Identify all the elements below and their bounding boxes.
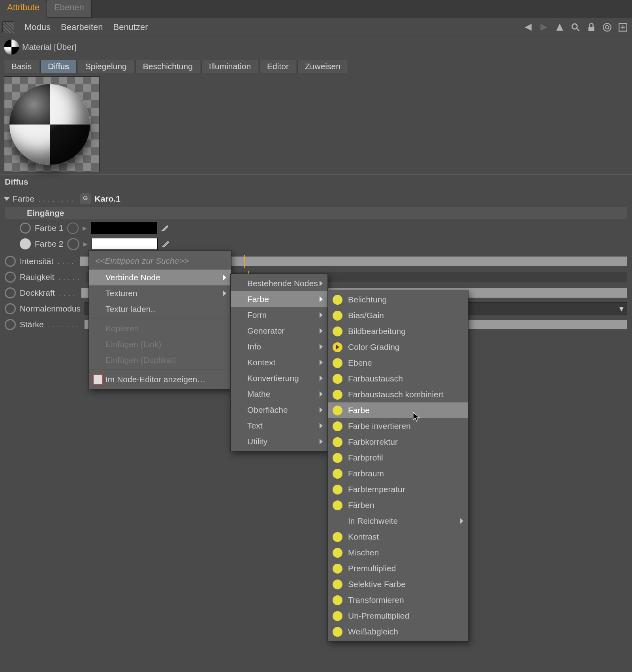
node-dot-icon bbox=[333, 611, 342, 621]
ctx3-label: Färben bbox=[348, 500, 374, 510]
ctx3-label: Weißabgleich bbox=[348, 627, 398, 636]
caret-icon[interactable]: ▸ bbox=[83, 239, 88, 249]
tab-ebenen[interactable]: Ebenen bbox=[47, 0, 92, 18]
tab-spiegelung[interactable]: Spiegelung bbox=[78, 60, 134, 73]
ctx3-item[interactable]: Farbtemperatur bbox=[328, 481, 468, 497]
ctx-in-editor[interactable]: Im Node-Editor anzeigen… bbox=[89, 372, 231, 387]
submenu-farbe: BelichtungBias/GainBildbearbeitungColor … bbox=[327, 290, 468, 642]
new-panel-icon[interactable] bbox=[618, 22, 628, 32]
node-dot-icon bbox=[333, 595, 342, 605]
nav-back-icon[interactable] bbox=[523, 22, 533, 32]
ctx3-label: Farbtemperatur bbox=[348, 485, 405, 494]
ctx-einfuegen-duplikat: Einfügen (Duplikat) bbox=[89, 352, 231, 368]
port-intensitaet[interactable] bbox=[5, 256, 16, 267]
node-dot-icon bbox=[333, 421, 342, 431]
ctx2-bestehende[interactable]: Bestehende Nodes bbox=[231, 276, 327, 291]
ctx3-item[interactable]: Ebene bbox=[328, 355, 468, 371]
texture-slot-farbe1[interactable] bbox=[67, 223, 79, 234]
eyedropper-farbe1[interactable] bbox=[161, 223, 172, 234]
ctx2-kontext[interactable]: Kontext bbox=[231, 355, 327, 370]
ctx-textur-laden[interactable]: Textur laden.. bbox=[89, 301, 231, 317]
ctx3-item[interactable]: Farbe bbox=[328, 402, 468, 418]
context-search-input[interactable]: <<Eintippen zur Suche>> bbox=[89, 252, 231, 270]
ctx2-text[interactable]: Text bbox=[231, 418, 327, 434]
ctx-einfuegen-link: Einfügen (Link) bbox=[89, 336, 231, 352]
ctx3-item[interactable]: Belichtung bbox=[328, 292, 468, 308]
material-preview[interactable] bbox=[4, 76, 100, 172]
ctx3-item[interactable]: Farbe invertieren bbox=[328, 418, 468, 434]
farbe-value[interactable]: Karo.1 bbox=[95, 194, 120, 204]
link-icon[interactable] bbox=[80, 193, 91, 204]
port-staerke[interactable] bbox=[5, 319, 16, 330]
ctx2-utility[interactable]: Utility bbox=[231, 434, 327, 449]
ctx3-item[interactable]: Transformieren bbox=[328, 592, 468, 608]
label-normalenmodus: Normalenmodus bbox=[20, 304, 81, 313]
port-farbe1[interactable] bbox=[20, 223, 31, 234]
search-icon[interactable] bbox=[570, 22, 581, 32]
menu-bearbeiten[interactable]: Bearbeiten bbox=[61, 22, 103, 32]
ctx3-item[interactable]: Color Grading bbox=[328, 339, 468, 355]
svg-rect-2 bbox=[588, 26, 594, 31]
node-dot-icon bbox=[333, 564, 342, 574]
ctx3-item[interactable]: Bias/Gain bbox=[328, 308, 468, 323]
port-rauigkeit[interactable] bbox=[5, 272, 16, 283]
row-farbe: Farbe ........ Karo.1 bbox=[5, 191, 627, 207]
port-farbe2[interactable] bbox=[20, 238, 31, 249]
ctx3-item[interactable]: Selektive Farbe bbox=[328, 576, 468, 592]
ctx3-item[interactable]: Farbkorrektur bbox=[328, 434, 468, 450]
ctx3-item[interactable]: Weißabgleich bbox=[328, 624, 468, 640]
ctx3-item[interactable]: Mischen bbox=[328, 545, 468, 561]
label-farbe2: Farbe 2 bbox=[35, 239, 63, 249]
port-normalenmodus[interactable] bbox=[5, 303, 16, 314]
texture-slot-farbe2[interactable] bbox=[67, 238, 79, 250]
ctx2-generator[interactable]: Generator bbox=[231, 323, 327, 339]
ctx3-item[interactable]: In Reichweite bbox=[328, 513, 468, 529]
caret-icon[interactable]: ▸ bbox=[83, 223, 87, 233]
tab-zuweisen[interactable]: Zuweisen bbox=[297, 60, 348, 73]
node-dot-icon bbox=[333, 627, 342, 637]
disclosure-icon[interactable] bbox=[4, 197, 10, 201]
ctx3-label: Bildbearbeitung bbox=[348, 327, 406, 336]
tab-attribute[interactable]: Attribute bbox=[0, 0, 47, 18]
lock-icon[interactable] bbox=[586, 22, 596, 32]
svg-point-0 bbox=[572, 24, 577, 29]
tab-diffus[interactable]: Diffus bbox=[40, 60, 76, 73]
label-deckkraft: Deckkraft bbox=[20, 288, 55, 298]
ctx3-item[interactable]: Farbaustausch bbox=[328, 371, 468, 387]
ctx3-item[interactable]: Premultiplied bbox=[328, 561, 468, 576]
ctx3-item[interactable]: Färben bbox=[328, 497, 468, 513]
swatch-farbe1[interactable] bbox=[91, 222, 157, 234]
node-dot-icon bbox=[333, 295, 342, 305]
label-farbe1: Farbe 1 bbox=[35, 223, 63, 233]
ctx2-form[interactable]: Form bbox=[231, 307, 327, 323]
ctx3-item[interactable]: Farbprofil bbox=[328, 450, 468, 466]
ctx-verbinde-node[interactable]: Verbinde Node bbox=[89, 270, 231, 285]
menu-modus[interactable]: Modus bbox=[24, 22, 51, 32]
ctx2-info[interactable]: Info bbox=[231, 339, 327, 355]
tab-editor[interactable]: Editor bbox=[260, 60, 296, 73]
ctx3-item[interactable]: Un-Premultiplied bbox=[328, 608, 468, 624]
eyedropper-farbe2[interactable] bbox=[162, 238, 173, 249]
panel-grip-icon[interactable] bbox=[2, 21, 14, 33]
menu-benutzer[interactable]: Benutzer bbox=[113, 22, 148, 32]
swatch-farbe2[interactable] bbox=[92, 238, 158, 250]
ctx3-item[interactable]: Bildbearbeitung bbox=[328, 323, 468, 339]
label-intensitaet: Intensität bbox=[20, 257, 53, 266]
ctx2-mathe[interactable]: Mathe bbox=[231, 386, 327, 402]
ctx2-konvertierung[interactable]: Konvertierung bbox=[231, 370, 327, 386]
tab-beschichtung[interactable]: Beschichtung bbox=[135, 60, 200, 73]
ctx3-item[interactable]: Kontrast bbox=[328, 529, 468, 545]
ctx3-item[interactable]: Farbaustausch kombiniert bbox=[328, 387, 468, 402]
tab-illumination[interactable]: Illumination bbox=[201, 60, 258, 73]
ctx3-label: In Reichweite bbox=[348, 516, 398, 526]
tab-basis[interactable]: Basis bbox=[4, 60, 39, 73]
port-deckkraft[interactable] bbox=[5, 287, 16, 298]
ctx2-farbe[interactable]: Farbe bbox=[231, 291, 327, 307]
ctx2-oberflaeche[interactable]: Oberfläche bbox=[231, 402, 327, 418]
nav-fwd-icon[interactable] bbox=[539, 22, 549, 32]
ctx-texturen[interactable]: Texturen bbox=[89, 285, 231, 301]
nav-up-icon[interactable] bbox=[555, 22, 565, 32]
target-icon[interactable] bbox=[602, 22, 612, 32]
mouse-cursor-icon bbox=[413, 412, 420, 422]
ctx3-item[interactable]: Farbraum bbox=[328, 466, 468, 481]
